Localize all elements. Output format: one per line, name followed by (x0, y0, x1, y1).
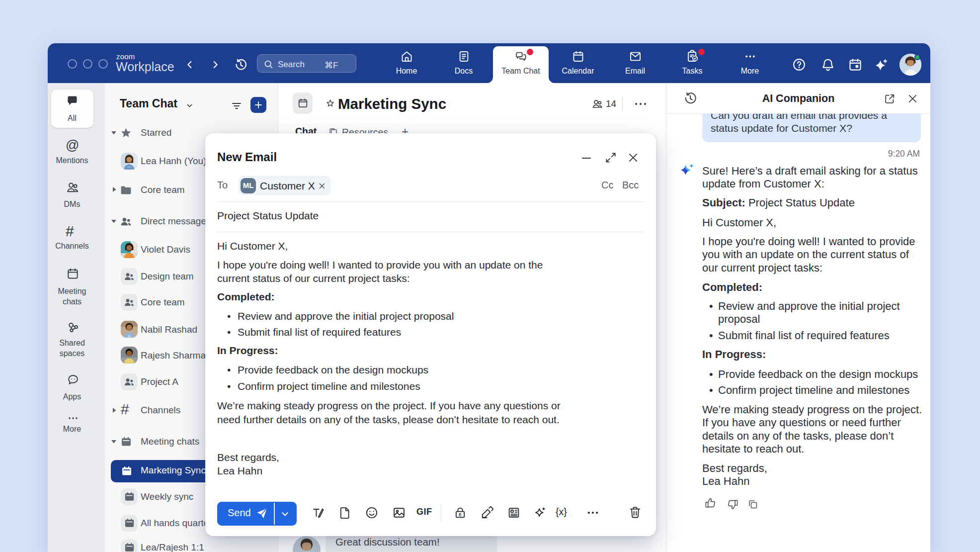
svg-text:E: E (459, 513, 462, 517)
